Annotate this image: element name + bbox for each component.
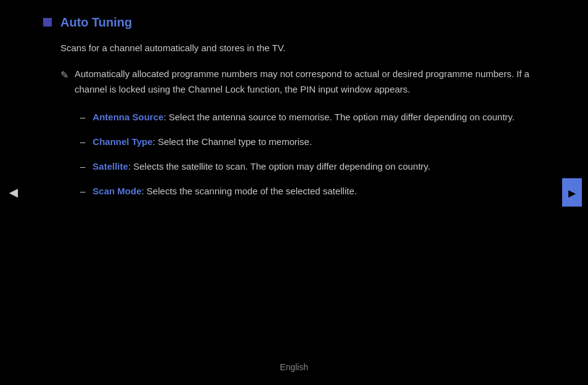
nav-arrow-left[interactable]: ◄ <box>6 181 21 204</box>
note-block: ✎ Automatically allocated programme numb… <box>60 67 545 97</box>
dash-icon: – <box>80 135 85 149</box>
item-label-scan-mode: Scan Mode <box>92 186 141 196</box>
item-desc-satellite: : Selects the satellite to scan. The opt… <box>128 161 430 172</box>
item-label-antenna: Antenna Source <box>92 112 163 122</box>
page-title: Auto Tuning <box>60 12 132 32</box>
item-label-satellite: Satellite <box>92 161 128 172</box>
list-item: – Scan Mode: Selects the scanning mode o… <box>80 184 545 199</box>
note-text: Automatically allocated programme number… <box>75 67 545 97</box>
footer-language: English <box>280 360 308 374</box>
right-arrow-icon: ► <box>566 186 578 200</box>
page-description: Scans for a channel automatically and st… <box>60 41 545 56</box>
item-desc-antenna: : Select the antenna source to memorise.… <box>163 112 515 122</box>
item-desc-scan-mode: : Selects the scanning mode of the selec… <box>142 186 357 196</box>
item-text-scan-mode: Scan Mode: Selects the scanning mode of … <box>92 184 357 199</box>
item-text-antenna: Antenna Source: Select the antenna sourc… <box>92 110 515 125</box>
item-text-satellite: Satellite: Selects the satellite to scan… <box>92 159 430 174</box>
dash-icon: – <box>80 184 85 199</box>
dash-icon: – <box>80 159 85 174</box>
item-label-channel-type: Channel Type <box>92 136 152 147</box>
list-item: – Antenna Source: Select the antenna sou… <box>80 110 545 125</box>
title-square-icon <box>43 18 52 27</box>
note-icon: ✎ <box>60 67 68 83</box>
list-item: – Satellite: Selects the satellite to sc… <box>80 159 545 174</box>
title-row: Auto Tuning <box>43 12 545 32</box>
item-desc-channel-type: : Select the Channel type to memorise. <box>153 136 312 147</box>
main-content: Auto Tuning Scans for a channel automati… <box>0 0 588 246</box>
items-list: – Antenna Source: Select the antenna sou… <box>80 110 545 199</box>
dash-icon: – <box>80 110 85 125</box>
nav-arrow-right[interactable]: ► <box>562 178 582 207</box>
item-text-channel-type: Channel Type: Select the Channel type to… <box>92 135 312 149</box>
list-item: – Channel Type: Select the Channel type … <box>80 135 545 149</box>
